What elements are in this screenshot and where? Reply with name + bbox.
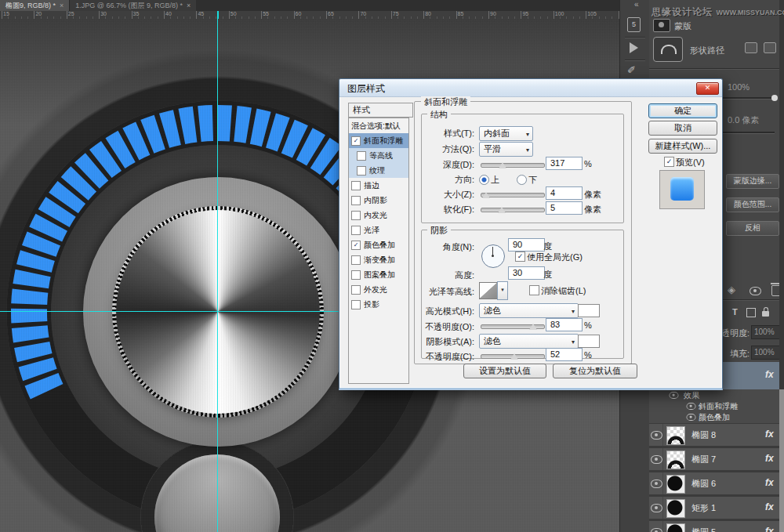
style-checkbox[interactable] <box>351 255 361 265</box>
shadow-opacity-input[interactable]: 52 <box>546 348 583 361</box>
disable-mask-eye-icon[interactable] <box>750 287 761 295</box>
depth-slider-handle[interactable] <box>499 162 506 168</box>
shadow-mode-dropdown[interactable]: 滤色 <box>479 334 579 349</box>
style-item-0[interactable]: 混合选项:默认 <box>349 118 408 133</box>
style-checkbox[interactable] <box>357 151 366 161</box>
altitude-value-input[interactable]: 30 <box>508 266 545 280</box>
add-pixel-mask-icon[interactable] <box>745 42 757 53</box>
fx-badge[interactable]: fx <box>765 453 774 464</box>
actions-icon[interactable] <box>630 42 638 53</box>
visibility-eye-icon[interactable] <box>651 431 662 440</box>
mask-edge-button[interactable]: 蒙版边缘... <box>726 174 779 189</box>
highlight-opacity-slider[interactable] <box>481 324 545 329</box>
lock-text-icon[interactable]: T <box>732 307 738 317</box>
color-range-button[interactable]: 颜色范围... <box>726 197 779 212</box>
direction-up-radio[interactable] <box>479 175 489 185</box>
antialias-checkbox[interactable] <box>529 285 539 295</box>
style-item-6[interactable]: 内发光 <box>349 208 408 223</box>
brush-presets-icon[interactable]: ✐ <box>627 64 636 76</box>
style-item-10[interactable]: 图案叠加 <box>349 267 408 282</box>
depth-value-input[interactable]: 317 <box>546 157 583 170</box>
set-default-button[interactable]: 设置为默认值 <box>463 364 546 378</box>
highlight-opacity-slider-handle[interactable] <box>529 324 537 330</box>
history-icon[interactable]: 5 <box>627 17 641 32</box>
fx-badge[interactable]: fx <box>765 429 774 440</box>
angle-value-input[interactable]: 90 <box>508 238 545 252</box>
style-checkbox[interactable] <box>351 300 361 309</box>
bevel-style-dropdown[interactable]: 内斜面 <box>479 126 533 141</box>
layer-row[interactable]: 矩形 1fx <box>649 497 779 519</box>
fx-badge[interactable]: fx <box>765 477 774 488</box>
highlight-color-swatch[interactable] <box>578 304 600 317</box>
fx-badge[interactable]: fx <box>765 526 774 532</box>
visibility-eye-icon[interactable] <box>651 480 662 488</box>
visibility-eye-icon[interactable] <box>687 414 696 421</box>
preview-checkbox[interactable]: ✓ <box>664 157 674 167</box>
tab-close-icon[interactable]: × <box>187 2 191 9</box>
style-item-11[interactable]: 外发光 <box>349 282 408 297</box>
shadow-color-swatch[interactable] <box>578 335 600 348</box>
size-slider[interactable] <box>481 193 545 197</box>
highlight-opacity-input[interactable]: 83 <box>546 318 583 331</box>
cancel-button[interactable]: 取消 <box>648 121 717 136</box>
style-checkbox[interactable] <box>351 181 361 190</box>
lock-all-icon[interactable] <box>762 311 769 317</box>
style-checkbox[interactable] <box>351 196 361 205</box>
style-item-2[interactable]: 等高线 <box>349 148 408 163</box>
reset-default-button[interactable]: 复位为默认值 <box>553 364 637 378</box>
soften-slider-handle[interactable] <box>498 207 506 213</box>
style-item-3[interactable]: 纹理 <box>349 163 408 178</box>
style-item-8[interactable]: ✓颜色叠加 <box>349 237 408 252</box>
shape-path-thumbnail-icon[interactable] <box>653 37 683 62</box>
ok-button[interactable]: 确定 <box>648 103 717 118</box>
technique-dropdown[interactable]: 平滑 <box>479 142 533 157</box>
mask-density-value[interactable]: 100% <box>728 82 750 92</box>
layer-thumbnail[interactable] <box>666 475 685 494</box>
apply-mask-icon[interactable]: ◈ <box>728 284 735 295</box>
fx-badge[interactable]: fx <box>765 369 774 380</box>
shadow-opacity-slider-handle[interactable] <box>510 353 518 360</box>
style-item-1[interactable]: ✓斜面和浮雕 <box>349 133 408 148</box>
document-tab-active[interactable]: 椭圆9, RGB/8) * × <box>0 0 69 11</box>
mask-density-slider-handle[interactable] <box>771 95 778 101</box>
gloss-contour-dropdown-arrow[interactable]: ▾ <box>497 281 508 300</box>
layer-row[interactable]: 椭圆 6fx <box>649 472 779 494</box>
layer-row[interactable]: 椭圆 7fx <box>649 448 779 470</box>
collapse-panels-icon[interactable]: « <box>634 0 639 9</box>
effects-header-row[interactable]: 效果 <box>649 389 779 400</box>
highlight-mode-dropdown[interactable]: 滤色 <box>479 303 579 318</box>
layer-effect-row[interactable]: 颜色叠加 <box>649 411 779 422</box>
size-value-input[interactable]: 4 <box>546 186 583 200</box>
vertical-guide[interactable] <box>217 19 218 532</box>
lock-position-icon[interactable] <box>746 308 756 317</box>
tab-close-icon[interactable]: × <box>60 2 64 9</box>
style-checkbox[interactable]: ✓ <box>351 241 361 250</box>
dialog-title-bar[interactable]: 图层样式 ✕ <box>339 79 722 97</box>
style-item-5[interactable]: 内阴影 <box>349 193 408 208</box>
soften-slider[interactable] <box>481 208 545 212</box>
style-item-7[interactable]: 光泽 <box>349 223 408 237</box>
layers-scrollbar[interactable] <box>779 389 784 532</box>
layer-row[interactable]: 椭圆 5fx <box>649 521 779 532</box>
layer-row[interactable]: 椭圆 8fx <box>649 424 779 446</box>
style-checkbox[interactable] <box>351 211 361 220</box>
direction-down-radio[interactable] <box>517 175 527 185</box>
document-tab-inactive[interactable]: 1.JPG @ 66.7% (图层 9, RGB/8) * × <box>69 0 196 11</box>
style-checkbox[interactable] <box>351 285 361 295</box>
visibility-eye-icon[interactable] <box>687 403 696 410</box>
style-checkbox[interactable] <box>351 226 361 235</box>
layer-thumbnail[interactable] <box>666 523 685 532</box>
style-checkbox[interactable] <box>357 166 366 176</box>
size-slider-handle[interactable] <box>482 192 490 198</box>
soften-value-input[interactable]: 5 <box>546 201 583 215</box>
layer-thumbnail[interactable] <box>666 426 685 445</box>
shadow-opacity-slider[interactable] <box>481 354 545 359</box>
visibility-eye-icon[interactable] <box>651 455 662 464</box>
layer-thumbnail[interactable] <box>666 451 685 469</box>
add-vector-mask-icon[interactable] <box>764 42 776 53</box>
dialog-close-button[interactable]: ✕ <box>696 82 719 95</box>
visibility-eye-icon[interactable] <box>651 528 662 532</box>
visibility-eye-icon[interactable] <box>651 504 662 512</box>
style-item-9[interactable]: 渐变叠加 <box>349 252 408 267</box>
mask-feather-value[interactable]: 0.0 像素 <box>728 114 759 126</box>
